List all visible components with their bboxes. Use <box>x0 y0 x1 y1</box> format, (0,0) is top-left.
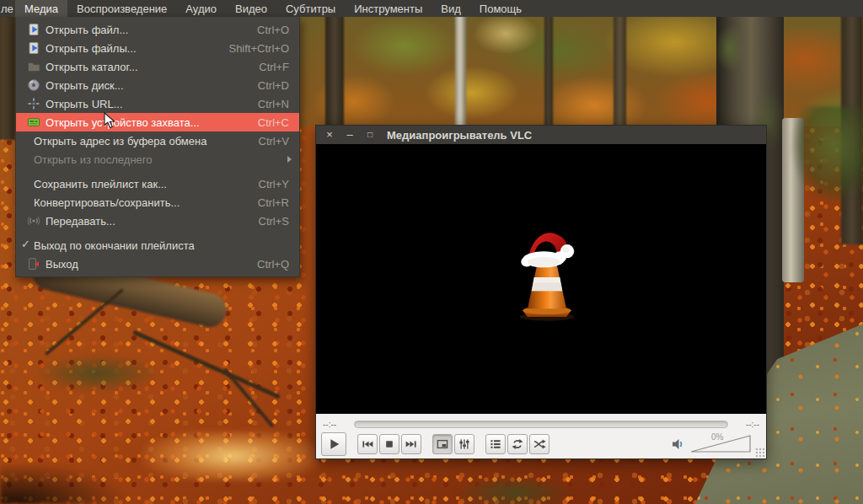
menu-item-convert-save[interactable]: Конвертировать/сохранить... Ctrl+R <box>16 193 299 212</box>
video-area[interactable] <box>316 144 766 414</box>
menubar-item-help[interactable]: Помощь <box>470 0 531 17</box>
maximize-button[interactable]: □ <box>363 126 377 143</box>
equalizer-icon <box>458 437 471 451</box>
quit-icon <box>27 257 40 271</box>
menu-item-open-recent[interactable]: Открыть из последнего <box>16 150 299 169</box>
menu-item-quit-at-playlist-end[interactable]: ✓ Выход по окончании плейлиста <box>16 236 299 255</box>
menubar-item-video[interactable]: Видео <box>226 0 276 17</box>
previous-icon <box>361 437 374 451</box>
file-play-icon <box>27 23 40 36</box>
volume-percent-label: 0% <box>711 432 723 442</box>
menu-item-stream[interactable]: Передавать... Ctrl+S <box>16 212 299 230</box>
tree-trunk <box>0 13 15 140</box>
play-icon <box>326 437 341 452</box>
network-icon <box>27 97 40 110</box>
vlc-controls-bar: --:-- --:-- <box>316 414 766 458</box>
playback-buttons-row: 0% <box>316 431 766 457</box>
shadow-corner <box>0 465 143 504</box>
menu-item-open-files[interactable]: Открыть файлы... Shift+Ctrl+O <box>16 39 299 57</box>
volume-slider[interactable]: 0% <box>690 435 751 453</box>
vlc-cone-santa-logo <box>507 225 587 324</box>
vlc-titlebar[interactable]: × – □ Медиапроигрыватель VLC <box>316 126 766 144</box>
window-title: Медиапроигрыватель VLC <box>387 129 532 142</box>
next-icon <box>405 437 418 451</box>
menubar-item-tools[interactable]: Инструменты <box>345 0 432 17</box>
media-menu-dropdown: Открыть файл... Ctrl+O Открыть файлы... … <box>15 17 300 277</box>
stop-button[interactable] <box>379 434 399 454</box>
previous-button[interactable] <box>357 434 378 454</box>
sunlight-patch <box>143 432 320 480</box>
playlist-button[interactable] <box>485 434 506 454</box>
menubar-item-playback[interactable]: Воспроизведение <box>67 0 176 17</box>
checkmark-icon: ✓ <box>21 238 30 250</box>
menubar-partial-item[interactable]: ле <box>0 0 15 17</box>
moss-patch <box>791 106 863 204</box>
menu-item-open-file[interactable]: Открыть файл... Ctrl+O <box>16 20 299 39</box>
time-elapsed: --:-- <box>323 420 348 429</box>
volume-area: 0% <box>671 435 751 453</box>
seek-row: --:-- --:-- <box>316 414 766 431</box>
menu-separator <box>16 169 299 174</box>
equalizer-button[interactable] <box>454 434 474 454</box>
menubar-item-view[interactable]: Вид <box>432 0 470 17</box>
moss-patch <box>34 354 160 393</box>
fullscreen-button[interactable] <box>432 434 453 454</box>
minimize-button[interactable]: – <box>343 126 356 143</box>
next-button[interactable] <box>401 434 421 454</box>
vlc-window: × – □ Медиапроигрыватель VLC <box>315 125 767 459</box>
mouse-cursor <box>104 112 115 129</box>
menu-item-open-capture-device[interactable]: Открыть устройство захвата... Ctrl+C <box>16 113 299 131</box>
fullscreen-icon <box>436 437 449 451</box>
stop-icon <box>383 437 396 451</box>
menu-item-open-folder[interactable]: Открыть каталог... Ctrl+F <box>16 57 299 76</box>
speaker-icon[interactable] <box>671 437 686 452</box>
capture-device-icon <box>27 115 40 129</box>
loop-button[interactable] <box>507 434 528 454</box>
folder-icon <box>27 60 40 73</box>
seek-slider[interactable] <box>354 421 728 428</box>
moss-patch <box>455 476 573 504</box>
file-play-icon <box>27 41 40 55</box>
menubar-item-subtitles[interactable]: Субтитры <box>276 0 345 17</box>
menu-item-open-disc[interactable]: Открыть диск... Ctrl+D <box>16 76 299 94</box>
menubar-item-media[interactable]: Медиа <box>15 0 67 17</box>
submenu-arrow-icon <box>287 156 292 163</box>
menu-item-open-url[interactable]: Открыть URL... Ctrl+N <box>16 94 299 113</box>
play-button[interactable] <box>321 432 346 456</box>
disc-icon <box>27 78 40 92</box>
menu-separator <box>16 230 299 236</box>
menu-item-open-clipboard-address[interactable]: Открыть адрес из буфера обмена Ctrl+V <box>16 131 299 150</box>
broadcast-icon <box>27 214 40 228</box>
resize-grip[interactable] <box>755 448 765 458</box>
menu-item-save-playlist[interactable]: Сохранить плейлист как... Ctrl+Y <box>16 174 299 193</box>
menu-item-quit[interactable]: Выход Ctrl+Q <box>16 255 299 273</box>
loop-icon <box>511 437 524 451</box>
shuffle-icon <box>533 437 546 451</box>
menubar-item-audio[interactable]: Аудио <box>176 0 226 17</box>
shuffle-button[interactable] <box>529 434 549 454</box>
time-total: --:-- <box>734 420 759 429</box>
menubar: ле Медиа Воспроизведение Аудио Видео Суб… <box>0 0 863 17</box>
playlist-icon <box>489 437 502 451</box>
close-button[interactable]: × <box>323 126 336 143</box>
